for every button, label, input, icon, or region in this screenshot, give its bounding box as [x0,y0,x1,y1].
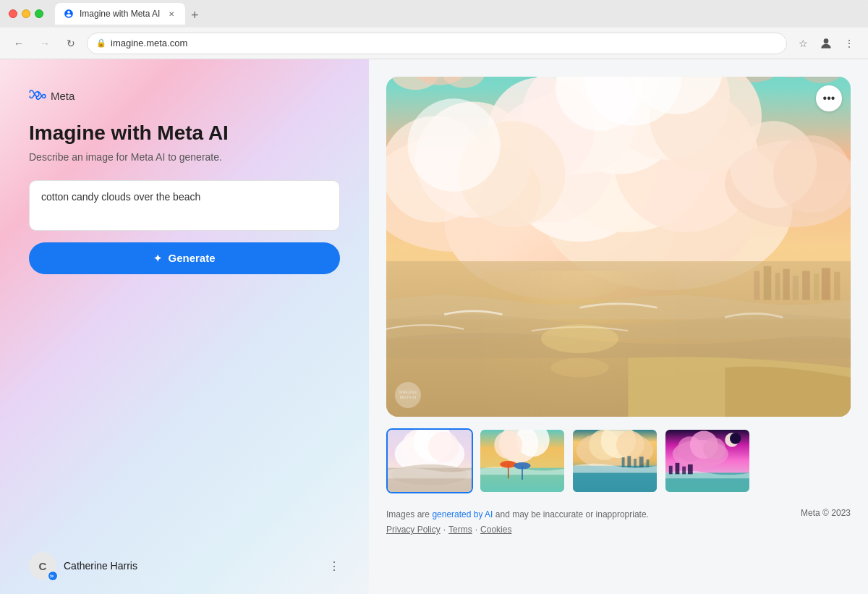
svg-point-63 [494,430,522,459]
footer-copyright: Meta © 2023 [801,508,851,518]
terms-link[interactable]: Terms [448,523,472,537]
svg-rect-48 [814,273,819,300]
svg-rect-43 [764,266,772,300]
svg-rect-88 [669,466,673,475]
cookies-link[interactable]: Cookies [480,523,511,537]
svg-rect-46 [793,276,799,300]
lock-icon: 🔒 [96,38,106,48]
browser-toolbar: ← → ↻ 🔒 imagine.meta.com ☆ ⋮ [0,27,868,59]
avatar-initial: C [39,560,47,572]
footer-sep1: · [443,523,446,537]
address-text: imagine.meta.com [111,38,187,48]
left-panel-footer: C Catherine Harris ⋮ [29,540,340,580]
meta-logo-text: Meta [51,90,75,102]
toolbar-actions: ☆ ⋮ [793,33,859,54]
svg-rect-50 [834,272,840,300]
svg-rect-76 [627,456,631,467]
back-button[interactable]: ← [9,33,29,54]
svg-point-57 [428,431,459,462]
tab-bar: Imagine with Meta AI ✕ + [55,3,205,25]
traffic-lights [9,9,43,18]
svg-point-86 [703,438,726,460]
maximize-traffic-light[interactable] [35,9,43,18]
user-menu-button[interactable]: ⋮ [328,559,340,573]
prompt-input[interactable] [29,180,340,231]
browser-titlebar: Imagine with Meta AI ✕ + [0,0,868,27]
footer: Images are generated by AI and may be in… [386,508,851,537]
avatar-badge [48,571,58,581]
left-panel: Meta Imagine with Meta AI Describe an im… [0,59,369,594]
user-name: Catherine Harris [64,560,137,572]
image-more-button[interactable]: ••• [816,85,842,111]
generate-button[interactable]: ✦ Generate [29,242,340,274]
meta-logo: Meta [29,88,340,103]
svg-point-51 [541,324,618,353]
thumbnail-3[interactable] [571,428,658,493]
watermark: IMAGINEMETA AI [395,382,421,408]
meta-logo-icon [29,88,46,103]
page-subtitle: Describe an image for Meta AI to generat… [29,151,340,163]
svg-rect-47 [802,271,810,300]
svg-rect-91 [688,464,693,475]
close-traffic-light[interactable] [9,9,17,18]
minimize-traffic-light[interactable] [22,9,30,18]
footer-links: Privacy Policy · Terms · Cookies [386,523,649,537]
thumbnail-2[interactable] [479,428,566,493]
right-panel: ••• IMAGINEMETA AI [369,59,868,594]
more-dots-icon: ••• [823,92,835,105]
reload-button[interactable]: ↻ [61,33,81,54]
svg-rect-49 [822,268,830,300]
new-tab-button[interactable]: + [185,8,205,23]
svg-point-66 [500,461,516,468]
footer-ai-link[interactable]: generated by AI [432,509,493,519]
thumbnail-1[interactable] [386,428,473,493]
tab-close-button[interactable]: ✕ [166,9,176,19]
svg-point-30 [407,98,500,191]
svg-rect-75 [622,457,625,467]
svg-rect-77 [634,459,637,467]
sparkle-icon: ✦ [153,253,162,264]
tab-favicon [64,9,74,19]
generate-button-label: Generate [168,252,215,264]
footer-disclaimer: Images are generated by AI and may be in… [386,508,649,522]
thumbnail-4[interactable] [664,428,751,493]
svg-point-52 [550,358,608,378]
watermark-text: IMAGINEMETA AI [399,390,417,400]
user-info: C Catherine Harris [29,552,137,580]
browser-chrome: Imagine with Meta AI ✕ + ← → ↻ 🔒 imagine… [0,0,868,59]
svg-rect-89 [676,463,680,474]
svg-point-73 [616,430,644,459]
svg-point-82 [730,433,741,444]
thumbnails-row [386,428,851,493]
footer-sep2: · [475,523,477,537]
privacy-policy-link[interactable]: Privacy Policy [386,523,441,537]
copyright-text: Meta © 2023 [801,508,851,518]
svg-point-68 [514,462,530,470]
footer-disclaimer-rest: and may be inaccurate or inappropriate. [495,509,649,519]
svg-rect-90 [682,467,686,475]
address-bar[interactable]: 🔒 imagine.meta.com [87,33,787,54]
menu-button[interactable]: ⋮ [839,33,859,54]
profile-button[interactable] [816,33,836,54]
footer-disclaimer-text: Images are [386,509,430,519]
active-tab[interactable]: Imagine with Meta AI ✕ [55,3,185,25]
svg-point-0 [824,38,829,43]
forward-button[interactable]: → [35,33,55,54]
svg-rect-42 [754,271,760,300]
svg-rect-44 [775,273,780,300]
avatar: C [29,552,56,580]
svg-rect-79 [647,459,650,467]
page-title: Imagine with Meta AI [29,121,340,145]
svg-rect-78 [639,457,644,467]
main-image: ••• IMAGINEMETA AI [386,77,851,417]
tab-title: Imagine with Meta AI [80,9,160,19]
page-content: Meta Imagine with Meta AI Describe an im… [0,59,868,594]
bookmark-button[interactable]: ☆ [793,33,813,54]
svg-rect-45 [783,269,789,300]
main-image-container: ••• IMAGINEMETA AI [386,77,851,417]
svg-point-33 [773,135,851,213]
